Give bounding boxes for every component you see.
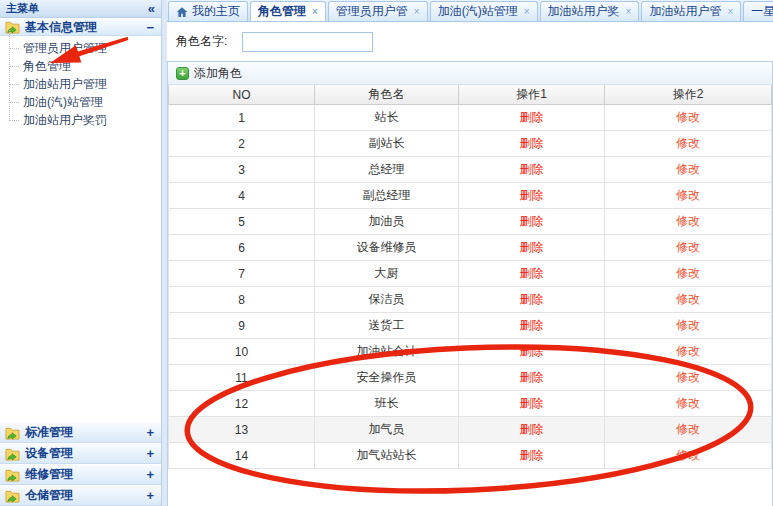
sidebar-section-repair-mgmt[interactable]: 维修管理+ bbox=[0, 464, 161, 485]
row-number-cell: 3 bbox=[169, 157, 315, 183]
tab-label: 加油站用户管 bbox=[649, 3, 721, 20]
application-window: 主菜单 « 基本信息管理−管理员用户管理角色管理加油站用户管理加油(汽)站管理加… bbox=[0, 0, 773, 506]
tab-close-icon[interactable]: × bbox=[626, 7, 632, 17]
table-row: 3总经理删除修改 bbox=[169, 157, 772, 183]
delete-link[interactable]: 删除 bbox=[520, 448, 544, 462]
edit-link[interactable]: 修改 bbox=[676, 110, 700, 124]
column-header: NO bbox=[169, 85, 315, 105]
tab-close-icon[interactable]: × bbox=[312, 7, 318, 17]
delete-link[interactable]: 删除 bbox=[520, 396, 544, 410]
edit-link[interactable]: 修改 bbox=[676, 344, 700, 358]
delete-link[interactable]: 删除 bbox=[520, 266, 544, 280]
role-filter-form: 角色名字: bbox=[167, 22, 773, 61]
role-name-label: 角色名字: bbox=[176, 33, 227, 50]
tab-label: 管理员用户管 bbox=[336, 3, 408, 20]
edit-link[interactable]: 修改 bbox=[676, 136, 700, 150]
delete-link[interactable]: 删除 bbox=[520, 136, 544, 150]
add-role-label: 添加角色 bbox=[194, 65, 242, 82]
collapse-section-icon[interactable]: − bbox=[146, 20, 156, 35]
role-name-cell: 总经理 bbox=[315, 157, 459, 183]
role-grid-panel: 添加角色 NO角色名操作1操作2 1站长删除修改2副站长删除修改3总经理删除修改… bbox=[167, 61, 773, 506]
row-number-cell: 4 bbox=[169, 183, 315, 209]
role-name-input[interactable] bbox=[242, 32, 373, 52]
edit-link[interactable]: 修改 bbox=[676, 318, 700, 332]
delete-cell: 删除 bbox=[459, 235, 605, 261]
table-row: 2副站长删除修改 bbox=[169, 131, 772, 157]
expand-section-icon[interactable]: + bbox=[146, 446, 156, 461]
tree-item-station-user-mgmt[interactable]: 加油站用户管理 bbox=[0, 75, 161, 93]
tab-close-icon[interactable]: × bbox=[524, 7, 530, 17]
edit-link[interactable]: 修改 bbox=[676, 370, 700, 384]
folder-icon bbox=[5, 447, 20, 461]
edit-cell: 修改 bbox=[605, 105, 772, 131]
delete-cell: 删除 bbox=[459, 365, 605, 391]
sidebar-section-standard-mgmt[interactable]: 标准管理+ bbox=[0, 422, 161, 443]
delete-link[interactable]: 删除 bbox=[520, 240, 544, 254]
row-number-cell: 11 bbox=[169, 365, 315, 391]
edit-link[interactable]: 修改 bbox=[676, 292, 700, 306]
edit-link[interactable]: 修改 bbox=[676, 422, 700, 436]
row-number-cell: 6 bbox=[169, 235, 315, 261]
edit-cell: 修改 bbox=[605, 209, 772, 235]
tree-item-station-user-reward[interactable]: 加油站用户奖罚 bbox=[0, 111, 161, 129]
delete-cell: 删除 bbox=[459, 209, 605, 235]
sidebar-section-label: 标准管理 bbox=[25, 424, 73, 441]
delete-link[interactable]: 删除 bbox=[520, 214, 544, 228]
row-number-cell: 7 bbox=[169, 261, 315, 287]
edit-cell: 修改 bbox=[605, 287, 772, 313]
tab-close-icon[interactable]: × bbox=[414, 7, 420, 17]
main-panel: 我的主页角色管理×管理员用户管×加油(汽)站管理×加油站用户奖×加油站用户管×一… bbox=[167, 0, 773, 506]
role-name-cell: 班长 bbox=[315, 391, 459, 417]
collapse-sidebar-icon[interactable]: « bbox=[148, 2, 155, 15]
sidebar-section-warehouse-mgmt[interactable]: 仓储管理+ bbox=[0, 485, 161, 506]
edit-link[interactable]: 修改 bbox=[676, 162, 700, 176]
tree-item-admin-user-mgmt[interactable]: 管理员用户管理 bbox=[0, 39, 161, 57]
tree-item-gas-station-mgmt[interactable]: 加油(汽)站管理 bbox=[0, 93, 161, 111]
sidebar-section-label: 仓储管理 bbox=[25, 487, 73, 504]
expand-section-icon[interactable]: + bbox=[146, 425, 156, 440]
edit-link[interactable]: 修改 bbox=[676, 396, 700, 410]
add-role-button[interactable]: 添加角色 bbox=[172, 64, 246, 83]
delete-link[interactable]: 删除 bbox=[520, 162, 544, 176]
delete-link[interactable]: 删除 bbox=[520, 370, 544, 384]
edit-cell: 修改 bbox=[605, 339, 772, 365]
tab-role-mgmt[interactable]: 角色管理× bbox=[250, 1, 326, 21]
tab-admin-user-mgmt[interactable]: 管理员用户管× bbox=[328, 1, 428, 21]
role-name-cell: 加油站会计 bbox=[315, 339, 459, 365]
role-name-cell: 大厨 bbox=[315, 261, 459, 287]
expand-section-icon[interactable]: + bbox=[146, 467, 156, 482]
tab-close-icon[interactable]: × bbox=[727, 7, 733, 17]
tab-home[interactable]: 我的主页 bbox=[168, 1, 248, 21]
tab-station-user-reward[interactable]: 加油站用户奖× bbox=[540, 1, 640, 21]
delete-link[interactable]: 删除 bbox=[520, 318, 544, 332]
sidebar-spacer bbox=[0, 131, 161, 422]
role-name-cell: 送货工 bbox=[315, 313, 459, 339]
table-row: 6设备维修员删除修改 bbox=[169, 235, 772, 261]
edit-cell: 修改 bbox=[605, 261, 772, 287]
delete-link[interactable]: 删除 bbox=[520, 292, 544, 306]
home-icon bbox=[176, 6, 188, 18]
tab-station-user-mgmt[interactable]: 加油站用户管× bbox=[641, 1, 741, 21]
delete-link[interactable]: 删除 bbox=[520, 188, 544, 202]
table-row: 5加油员删除修改 bbox=[169, 209, 772, 235]
role-name-cell: 加气站站长 bbox=[315, 443, 459, 469]
edit-link[interactable]: 修改 bbox=[676, 214, 700, 228]
edit-link[interactable]: 修改 bbox=[676, 188, 700, 202]
tree-item-role-mgmt[interactable]: 角色管理 bbox=[0, 57, 161, 75]
tab-gas-station-mgmt[interactable]: 加油(汽)站管理× bbox=[430, 1, 538, 21]
delete-cell: 删除 bbox=[459, 417, 605, 443]
sidebar-section-equipment-mgmt[interactable]: 设备管理+ bbox=[0, 443, 161, 464]
role-name-cell: 保洁员 bbox=[315, 287, 459, 313]
expand-section-icon[interactable]: + bbox=[146, 488, 156, 503]
edit-link[interactable]: 修改 bbox=[676, 266, 700, 280]
column-header: 操作1 bbox=[459, 85, 605, 105]
edit-link[interactable]: 修改 bbox=[676, 240, 700, 254]
delete-link[interactable]: 删除 bbox=[520, 422, 544, 436]
tab-partial-tab[interactable]: 一星 bbox=[743, 1, 773, 21]
delete-link[interactable]: 删除 bbox=[520, 110, 544, 124]
delete-link[interactable]: 删除 bbox=[520, 344, 544, 358]
edit-link[interactable]: 修改 bbox=[676, 448, 700, 462]
table-header-row: NO角色名操作1操作2 bbox=[169, 85, 772, 105]
row-number-cell: 1 bbox=[169, 105, 315, 131]
sidebar-section-basic-info-mgmt[interactable]: 基本信息管理− bbox=[0, 18, 161, 36]
